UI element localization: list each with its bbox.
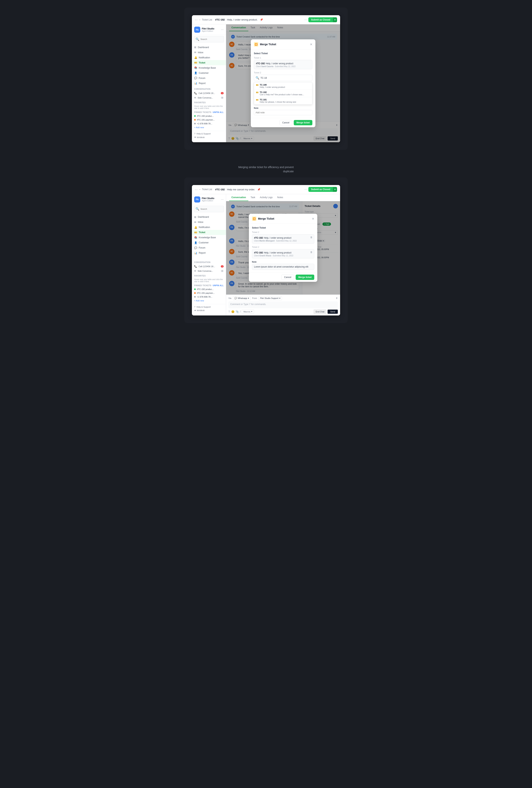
ticket-1-block: Ticket 1 #TC-192 Help, I order wrong pro…: [254, 57, 312, 69]
modal-close-button[interactable]: ✕: [310, 43, 312, 46]
nav-notification-2[interactable]: 🔔Notification: [192, 225, 226, 230]
pinned-item-1[interactable]: #TC-192 produc...: [194, 114, 224, 118]
nav-knowledge-base-2[interactable]: 📚Knowledge Base: [192, 235, 226, 240]
pinned-item-3[interactable]: +1 678-908-78...: [194, 122, 224, 125]
conv-side-label-2: Side Conversa...: [198, 270, 213, 272]
channel-selector-2[interactable]: 💬 Whatsapp ▾: [233, 296, 251, 300]
nav-dashboard-label-2: Dashboard: [198, 216, 209, 218]
submit-closed-button-2[interactable]: Submit as Closed: [308, 187, 333, 192]
nav-customer-2[interactable]: 👤Customer: [192, 240, 226, 245]
next-arrow-2[interactable]: ›: [197, 188, 197, 191]
ticket-list-link[interactable]: ← Ticket List: [199, 18, 212, 21]
modal-close-button-2[interactable]: ✕: [312, 217, 314, 221]
add-new-button-2[interactable]: + Add new: [194, 299, 224, 302]
main-content-2: Conversation Task Activity Logs Notes SC…: [226, 194, 340, 315]
search-icon-2: 🔍: [196, 207, 199, 211]
ticket2-1-label: Ticket 2: [252, 231, 314, 233]
more-options-icon[interactable]: ···: [304, 18, 307, 21]
next-arrow[interactable]: ›: [197, 18, 197, 21]
ticket-list-link-2[interactable]: ← Ticket List: [199, 188, 212, 191]
nav-ticket[interactable]: 🎫 Ticket: [192, 60, 226, 65]
sidebar-search[interactable]: 🔍 ⌘ K: [194, 36, 224, 42]
tab-conversation-2[interactable]: Conversation: [229, 194, 248, 201]
nav-arrows-2[interactable]: ‹ ›: [195, 188, 198, 191]
gif-icon-2[interactable]: /: [240, 310, 241, 313]
main-content-1: Conversation Task Activity Logs Notes SC…: [226, 24, 340, 142]
nav-inbox[interactable]: ✉ Inbox: [192, 50, 226, 55]
side-conv-icon: ✉: [194, 96, 196, 99]
modal-merge-button[interactable]: Merge ticket: [294, 120, 312, 125]
pinned-item-2[interactable]: #TC-191 paymen...: [194, 118, 224, 122]
pinned-item-1-2[interactable]: #TC-192 produc...: [194, 287, 224, 291]
ticket2-2-delete[interactable]: 🗑: [310, 251, 312, 254]
dropdown-item-2[interactable]: 🎫 TC-182 Can u help me? the product colo…: [254, 90, 312, 97]
nav-knowledge-base[interactable]: 📚 Knowledge Base: [192, 65, 226, 71]
conv-call[interactable]: 📞 Call (123456 18... 1: [192, 91, 226, 96]
help-link-2[interactable]: ?Help & Support: [194, 306, 224, 308]
ticket-search-input[interactable]: [261, 77, 311, 79]
message-input-2[interactable]: Comment or Type '/' for commands.: [228, 301, 338, 308]
nav-dashboard-2[interactable]: ⊞Dashboard: [192, 215, 226, 220]
nav-dashboard[interactable]: ⊞ Dashboard: [192, 45, 226, 50]
send-button-2[interactable]: Send: [328, 310, 338, 314]
brand-more-icon-2[interactable]: ⋯: [221, 198, 224, 201]
emoji-icon-2[interactable]: 😊: [231, 310, 234, 313]
note-label-2: Note: [252, 261, 314, 263]
end-chat-button-2[interactable]: End Chat: [313, 309, 326, 314]
pinned-2-2-label: #TC-191 paymen...: [197, 292, 215, 294]
nav-ticket-label: Ticket: [199, 61, 205, 64]
nav-forum[interactable]: 💬 Forum: [192, 76, 226, 81]
nav-forum-2[interactable]: 💬Forum: [192, 245, 226, 251]
nav-report-2[interactable]: 📊Report: [192, 251, 226, 256]
submit-closed-dropdown-2[interactable]: ▾: [333, 187, 337, 192]
nav-arrows[interactable]: ‹ ›: [195, 18, 198, 21]
conv-side[interactable]: ✉ Side Conversa... 0: [192, 96, 226, 100]
audio-icon-2[interactable]: 🎙: [336, 297, 338, 299]
conv-side-2[interactable]: ✉ Side Conversa... 0: [192, 269, 226, 273]
dropdown-item-1[interactable]: 🎫 TC-180 Help, I order wrong product: [254, 82, 312, 90]
pinned-item-2-2[interactable]: #TC-191 paymen...: [194, 291, 224, 295]
brand-more-icon[interactable]: ⋯: [221, 28, 224, 31]
nav-customer[interactable]: 👤 Customer: [192, 71, 226, 76]
tab-activity-logs-2[interactable]: Activity Logs: [258, 194, 275, 201]
macros-button-2[interactable]: Macros ▾: [242, 310, 254, 314]
nav-report[interactable]: 📊 Report: [192, 81, 226, 86]
search-input-2[interactable]: [201, 208, 227, 210]
conv-call-2[interactable]: 📞 Call (123456 18... 1: [192, 264, 226, 269]
nav-ticket-2[interactable]: 🎫Ticket: [192, 230, 226, 235]
prev-arrow[interactable]: ‹: [195, 18, 196, 21]
submit-closed-dropdown[interactable]: ▾: [333, 17, 337, 22]
unpin-all-button-2[interactable]: Unpin All: [213, 284, 224, 287]
modal-cancel-button-2[interactable]: Cancel: [281, 275, 294, 280]
note-text-2[interactable]: Lorem ipsum dolor sit amet consectetur a…: [252, 264, 314, 270]
note-input[interactable]: [254, 110, 312, 115]
nav-inbox-2[interactable]: ✉Inbox: [192, 220, 226, 225]
nav-notification[interactable]: 🔔 Notification: [192, 55, 226, 60]
submit-closed-button[interactable]: Submit as Closed: [308, 17, 333, 22]
tab-notes-2[interactable]: Notes: [275, 194, 285, 201]
more-options-icon-2[interactable]: ···: [304, 188, 307, 191]
pinned-item-2-label: #TC-191 paymen...: [197, 119, 215, 121]
caption-line2: duplicate: [238, 169, 294, 173]
pinned-item-3-2[interactable]: +1 678-908-78...: [194, 295, 224, 299]
note-section-2: Note Lorem ipsum dolor sit amet consecte…: [252, 261, 314, 270]
modal-cancel-button[interactable]: Cancel: [280, 120, 292, 125]
unpin-all-button[interactable]: Unpin All: [213, 111, 224, 113]
dropdown-item-3[interactable]: 🎫 TC-181 Help me please, I chose the wro…: [254, 97, 312, 104]
from-selector-2[interactable]: Fikri Studio Support ▾: [259, 296, 282, 300]
sidebar-search-2[interactable]: 🔍 ⌘ K: [194, 206, 224, 212]
tab-task-2[interactable]: Task: [248, 194, 258, 201]
brand-name: Fikri Studio: [202, 27, 214, 30]
help-link[interactable]: ? Help & Support: [194, 133, 224, 135]
ticket2-1-delete[interactable]: 🗑: [310, 236, 312, 239]
text-format-icon-2[interactable]: T: [228, 310, 230, 313]
prev-arrow-2[interactable]: ‹: [195, 188, 196, 191]
attach-icon-2[interactable]: 📎: [236, 310, 239, 313]
side-conv-badge: 0: [221, 97, 224, 99]
search-input[interactable]: [201, 38, 227, 40]
ticket2-2-label: Ticket 2: [252, 246, 314, 248]
brand-name-2: Fikri Studio: [202, 197, 214, 200]
help-label: Help & Support: [197, 133, 211, 135]
add-new-button[interactable]: + Add new: [194, 125, 224, 129]
modal-merge-button-2[interactable]: Merge ticket: [295, 275, 314, 280]
